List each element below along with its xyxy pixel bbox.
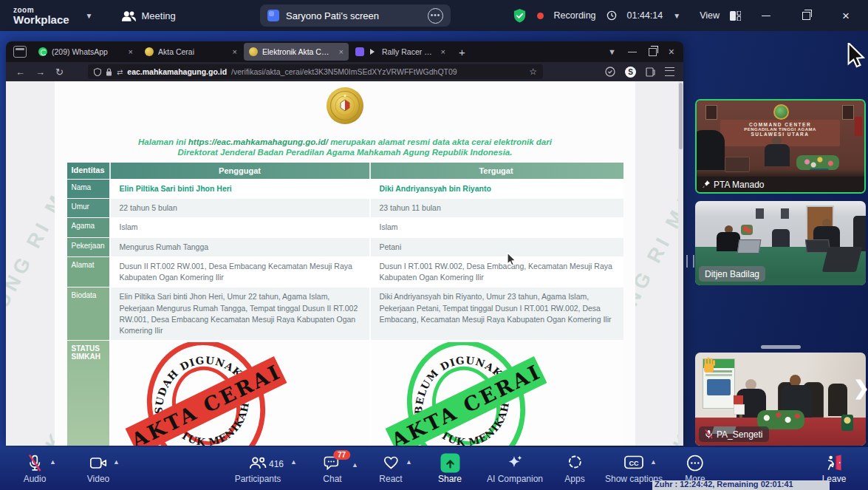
firefox-view-icon[interactable] bbox=[13, 46, 27, 58]
zoom-workplace-logo: zoom Workplace bbox=[13, 7, 69, 25]
panel-resize-handle[interactable] bbox=[761, 345, 801, 349]
zoom-top-bar: zoom Workplace ▼ Meeting Saryono Pati's … bbox=[0, 0, 868, 31]
minimize-window-button[interactable] bbox=[751, 0, 781, 31]
flowers bbox=[741, 225, 753, 235]
browser-tab-elektronik-akta-cerai[interactable]: Elektronik Akta Cerai × bbox=[244, 43, 349, 61]
reload-button[interactable]: ↻ bbox=[52, 67, 67, 78]
forward-button[interactable]: → bbox=[32, 67, 49, 78]
scrollbar-thumb[interactable] bbox=[679, 83, 683, 149]
mahkamah-agung-logo bbox=[326, 86, 364, 125]
account-avatar[interactable]: S bbox=[625, 67, 636, 78]
tab-label: Rally Racer Dirt - Mainka bbox=[382, 47, 434, 56]
tab-meeting[interactable]: Meeting bbox=[121, 10, 176, 21]
camera-icon bbox=[89, 457, 106, 469]
stamp-belum-digunakan: BELUM DIGUNAKAN UNTUK MENIKAH AKTA CERAI bbox=[383, 342, 550, 446]
official-url-link[interactable]: https://eac.mahkamahagung.go.id/ bbox=[188, 137, 328, 146]
audio-button[interactable]: ▲ Audio bbox=[24, 454, 47, 484]
participant-name: PA_Sengeti bbox=[717, 429, 763, 440]
tracking-shield-icon[interactable] bbox=[94, 68, 101, 76]
browser-tab-rally-racer[interactable]: Rally Racer Dirt - Mainka × bbox=[350, 43, 451, 61]
show-captions-button[interactable]: CC ▲ Show captions bbox=[605, 454, 663, 484]
lock-icon[interactable] bbox=[106, 68, 112, 76]
header-penggugat: Penggugat bbox=[109, 163, 369, 179]
participant-name-bar: PA_Sengeti bbox=[699, 426, 769, 442]
close-tab-icon[interactable]: × bbox=[126, 47, 133, 56]
participants-label: Participants bbox=[235, 474, 281, 484]
tab-list-chevron-icon[interactable]: ▼ bbox=[608, 47, 616, 56]
url-domain: eac.mahkamahagung.go.id bbox=[127, 67, 227, 76]
menu-hamburger-icon[interactable] bbox=[665, 67, 674, 76]
gold-seal-favicon bbox=[145, 47, 154, 56]
video-tile-pta-manado[interactable]: COMMAND CENTER PENGADILAN TINGGI AGAMA S… bbox=[695, 99, 866, 194]
video-tile-pa-sengeti[interactable]: PA_Sengeti bbox=[695, 353, 866, 446]
flag-white bbox=[734, 404, 745, 415]
extension-icon[interactable] bbox=[646, 67, 655, 77]
chat-unread-badge: 77 bbox=[333, 450, 350, 460]
participant-name: Ditjen Badilag bbox=[705, 269, 759, 279]
participants-count: 416 bbox=[269, 459, 284, 469]
bookmark-star-icon[interactable]: ☆ bbox=[529, 67, 537, 77]
panel-drag-grip[interactable] bbox=[686, 255, 694, 268]
table-row-agama: Agama Islam Islam bbox=[67, 218, 623, 237]
gold-seal-favicon bbox=[249, 47, 258, 56]
share-button[interactable]: Share bbox=[438, 454, 462, 484]
leave-button[interactable]: Leave bbox=[822, 454, 847, 484]
view-layout-icon[interactable] bbox=[730, 11, 741, 21]
timer-chevron-down-icon[interactable]: ▼ bbox=[673, 12, 680, 20]
flower-bouquet bbox=[796, 155, 839, 170]
video-tile-ditjen-badilag[interactable]: Ditjen Badilag bbox=[695, 201, 866, 285]
participant-name: PTA Manado bbox=[714, 180, 764, 190]
akta-cerai-card: Halaman ini https://eac.mahkamahagung.go… bbox=[55, 81, 635, 446]
workspace-chevron-down-icon[interactable]: ▼ bbox=[86, 12, 93, 20]
new-tab-button[interactable]: + bbox=[452, 46, 472, 58]
maximize-window-button[interactable] bbox=[791, 0, 821, 31]
ai-companion-button[interactable]: AI Companion bbox=[487, 454, 543, 484]
view-button-label[interactable]: View bbox=[700, 10, 720, 21]
prayer-time-overlay: Zuhr : 12:24:42, Remaining 02:01:41 bbox=[652, 480, 830, 490]
recording-dot-icon bbox=[537, 13, 544, 19]
video-button[interactable]: ▲ Video bbox=[87, 454, 109, 484]
more-button[interactable]: More bbox=[685, 454, 705, 484]
tab-audio-speaker-icon[interactable] bbox=[370, 49, 377, 55]
share-label: Share bbox=[438, 474, 462, 484]
header-tergugat: Tergugat bbox=[369, 163, 622, 179]
table-header-row: Identitas Penggugat Tergugat bbox=[67, 163, 623, 180]
game-favicon bbox=[355, 47, 364, 56]
chat-chevron-icon[interactable]: ▲ bbox=[352, 461, 358, 469]
close-tab-icon[interactable]: × bbox=[337, 47, 344, 56]
flag-red bbox=[734, 395, 743, 404]
shared-screen-pill[interactable]: Saryono Pati's screen ••• bbox=[260, 4, 451, 27]
react-button[interactable]: ▲ React bbox=[379, 454, 402, 484]
official-notice: Halaman ini https://eac.mahkamahagung.go… bbox=[77, 137, 613, 157]
react-label: React bbox=[379, 474, 402, 484]
back-button[interactable]: ← bbox=[12, 67, 29, 78]
react-chevron-icon[interactable]: ▲ bbox=[406, 458, 412, 466]
leave-door-icon bbox=[825, 455, 843, 472]
video-label: Video bbox=[87, 474, 109, 484]
close-window-button[interactable]: × bbox=[831, 0, 861, 31]
page-scrollbar[interactable] bbox=[678, 81, 683, 446]
browser-tab-whatsapp[interactable]: (209) WhatsApp × bbox=[33, 43, 138, 61]
browser-close-button[interactable]: × bbox=[669, 46, 674, 58]
participant-name-bar: Ditjen Badilag bbox=[699, 266, 765, 282]
security-shield-icon[interactable] bbox=[513, 8, 527, 24]
permissions-icon[interactable]: ⇄ bbox=[117, 68, 123, 76]
person-silhouette bbox=[695, 130, 725, 176]
participants-chevron-icon[interactable]: ▲ bbox=[290, 458, 297, 466]
audio-options-chevron-icon[interactable]: ▲ bbox=[49, 458, 56, 466]
captions-chevron-icon[interactable]: ▲ bbox=[650, 458, 657, 466]
video-options-chevron-icon[interactable]: ▲ bbox=[113, 458, 120, 466]
participants-button[interactable]: 416 ▲ Participants bbox=[235, 454, 281, 484]
browser-tab-akta-cerai[interactable]: Akta Cerai × bbox=[140, 43, 242, 61]
muted-mic-icon bbox=[705, 429, 713, 439]
apps-button[interactable]: Apps bbox=[564, 454, 584, 484]
url-bar[interactable]: ⇄ eac.mahkamahagung.go.id/verifikasi/akt… bbox=[88, 64, 543, 79]
browser-restore-button[interactable] bbox=[649, 48, 657, 56]
screen-options-ellipsis-icon[interactable]: ••• bbox=[428, 8, 443, 24]
close-tab-icon[interactable]: × bbox=[439, 47, 445, 56]
addon-badge-icon[interactable] bbox=[605, 67, 615, 77]
chat-button[interactable]: 77 ▲ Chat bbox=[323, 454, 341, 484]
close-tab-icon[interactable]: × bbox=[230, 47, 237, 56]
browser-minimize-button[interactable] bbox=[628, 52, 637, 52]
next-videos-chevron-icon[interactable]: ❯ bbox=[853, 377, 868, 400]
